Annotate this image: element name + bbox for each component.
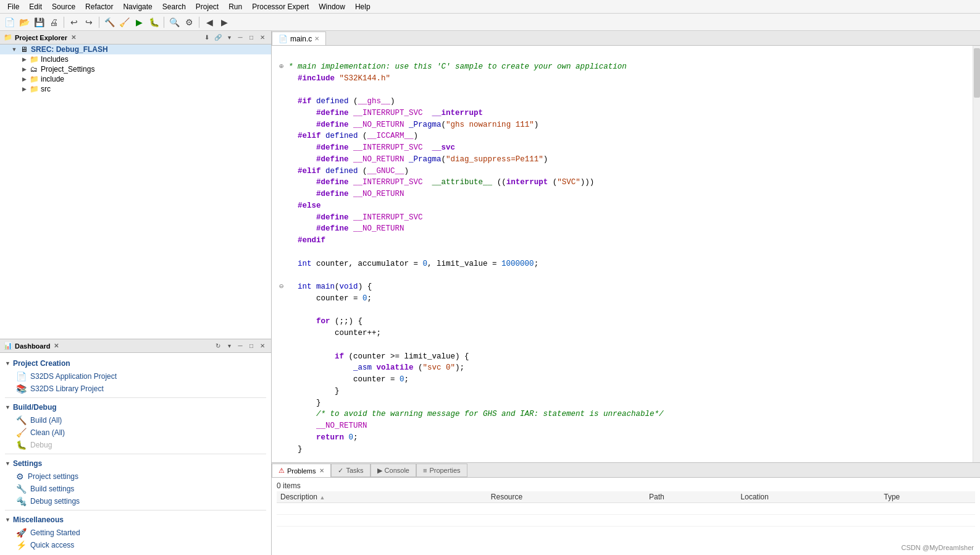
bottom-tab-close[interactable]: ✕ [319,467,324,474]
toolbar-print[interactable]: 🖨 [47,15,61,29]
section-arrow-build: ▼ [5,404,10,410]
expand-arrow-settings[interactable]: ▶ [20,66,28,72]
toolbar-save[interactable]: 💾 [32,15,46,29]
bottom-content: 0 items Description ▲ Resource [272,478,980,555]
tree-includes[interactable]: ▶ 📁 Includes [0,54,271,64]
menu-file[interactable]: File [2,1,24,12]
section-build-debug[interactable]: ▼ Build/Debug [5,400,266,414]
section-misc[interactable]: ▼ Miscellaneous [5,513,266,527]
properties-icon: ≡ [423,467,427,474]
minimize-btn[interactable]: ─ [235,33,245,43]
toolbar-run[interactable]: ▶ [132,15,146,29]
toolbar-sep-2 [99,17,99,28]
problems-table: Description ▲ Resource Path Location [277,491,975,527]
toolbar-clean[interactable]: 🧹 [117,15,131,29]
clean-icon: 🧹 [16,428,27,438]
includes-label: Includes [40,55,69,64]
expand-arrow-include[interactable]: ▶ [20,76,28,82]
dashboard-refresh-btn[interactable]: ↻ [213,341,223,351]
section-label-misc: Miscellaneous [13,515,64,524]
menu-search[interactable]: Search [157,1,191,12]
dash-item-debug-settings[interactable]: 🔩 Debug settings [5,495,266,507]
close-btn[interactable]: ✕ [258,33,267,43]
close-tab-icon[interactable]: ✕ [71,34,76,41]
section-arrow-creation: ▼ [5,360,10,366]
project-explorer-container: 📁 Project Explorer ✕ ⬇ 🔗 ▾ ─ □ ✕ ▼ [0,31,271,339]
divider-2 [5,454,266,454]
editor-scrollbar[interactable] [973,46,980,462]
dashboard-icon: 📊 [4,342,12,350]
toolbar-search[interactable]: 🔍 [167,15,181,29]
link-editor-btn[interactable]: 🔗 [213,33,223,43]
dashboard-maximize-btn[interactable]: □ [246,341,256,351]
editor-tab-main-c[interactable]: 📄 main.c ✕ [272,32,326,45]
toolbar-settings[interactable]: ⚙ [182,15,196,29]
col-description[interactable]: Description ▲ [277,491,487,503]
dashboard-panel: 📊 Dashboard ✕ ↻ ▾ ─ □ ✕ ▼ Project Creati… [0,339,271,555]
project-explorer-header: 📁 Project Explorer ✕ ⬇ 🔗 ▾ ─ □ ✕ [0,31,271,44]
col-resource[interactable]: Resource [487,491,645,503]
dashboard-minimize-btn[interactable]: ─ [235,341,245,351]
dashboard-close-btn[interactable]: ✕ [258,341,267,351]
col-location[interactable]: Location [737,491,880,503]
menu-refactor[interactable]: Refactor [80,1,118,12]
toolbar-undo[interactable]: ↩ [67,15,81,29]
tree-include[interactable]: ▶ 📁 include [0,74,271,84]
maximize-btn[interactable]: □ [246,33,256,43]
toolbar: 📄 📂 💾 🖨 ↩ ↪ 🔨 🧹 ▶ 🐛 🔍 ⚙ ◀ ▶ [0,14,980,31]
expand-arrow-src[interactable]: ▶ [20,86,28,92]
menu-navigate[interactable]: Navigate [118,1,157,12]
col-path[interactable]: Path [645,491,737,503]
dashboard-close-icon[interactable]: ✕ [54,342,59,349]
main-layout: 📁 Project Explorer ✕ ⬇ 🔗 ▾ ─ □ ✕ ▼ [0,31,980,555]
toolbar-open[interactable]: 📂 [17,15,31,29]
dash-item-quick-access[interactable]: ⚡ Quick access [5,539,266,551]
section-project-creation[interactable]: ▼ Project Creation [5,357,266,370]
col-type[interactable]: Type [880,491,975,503]
dash-item-lib-project[interactable]: 📚 S32DS Library Project [5,383,266,395]
toolbar-redo[interactable]: ↪ [82,15,96,29]
menu-help[interactable]: Help [350,1,375,12]
toolbar-next[interactable]: ▶ [217,15,231,29]
tree-project-settings[interactable]: ▶ 🗂 Project_Settings [0,64,271,74]
dash-item-app-project[interactable]: 📄 S32DS Application Project [5,370,266,383]
toolbar-debug[interactable]: 🐛 [147,15,161,29]
properties-label: Properties [429,467,460,474]
menu-project[interactable]: Project [191,1,224,12]
expand-arrow[interactable]: ▼ [10,46,19,53]
dash-item-build-settings[interactable]: 🔧 Build settings [5,483,266,495]
toolbar-build[interactable]: 🔨 [103,15,116,29]
menu-run[interactable]: Run [224,1,247,12]
bottom-tab-properties[interactable]: ≡ Properties [416,464,467,477]
bottom-tab-tasks[interactable]: ✓ Tasks [331,464,370,477]
problems-label: Problems [287,467,316,475]
toolbar-new[interactable]: 📄 [2,15,16,29]
collapse-all-btn[interactable]: ⬇ [202,33,212,43]
view-menu-btn[interactable]: ▾ [224,33,234,43]
left-panel: 📁 Project Explorer ✕ ⬇ 🔗 ▾ ─ □ ✕ ▼ [0,31,272,555]
dash-item-debug[interactable]: 🐛 Debug [5,439,266,451]
menu-window[interactable]: Window [314,1,350,12]
dash-item-build[interactable]: 🔨 Build (All) [5,414,266,426]
bottom-tab-console[interactable]: ▶ Console [371,464,416,477]
build-settings-label: Build settings [30,485,74,493]
menu-source[interactable]: Source [47,1,80,12]
expand-arrow-includes[interactable]: ▶ [20,56,28,62]
dash-item-clean[interactable]: 🧹 Clean (All) [5,426,266,439]
location-header: Location [740,493,768,501]
menu-processor-expert[interactable]: Processor Expert [247,1,314,12]
section-arrow-settings: ▼ [5,460,10,467]
divider-1 [5,397,266,398]
code-editor[interactable]: ⊕ * main implementation: use this 'C' sa… [272,46,980,462]
editor-tab-close[interactable]: ✕ [314,35,319,42]
section-settings[interactable]: ▼ Settings [5,457,266,470]
menu-edit[interactable]: Edit [24,1,47,12]
tree-src[interactable]: ▶ 📁 src [0,84,271,94]
dash-item-getting-started[interactable]: 🚀 Getting Started [5,527,266,539]
dashboard-content: ▼ Project Creation 📄 S32DS Application P… [0,353,271,555]
dash-item-project-settings[interactable]: ⚙ Project settings [5,470,266,483]
dashboard-view-menu-btn[interactable]: ▾ [224,341,234,351]
bottom-tab-problems[interactable]: ⚠ Problems ✕ [272,464,331,477]
toolbar-prev[interactable]: ◀ [203,15,216,29]
tree-root[interactable]: ▼ 🖥 SREC: Debug_FLASH [0,44,271,54]
